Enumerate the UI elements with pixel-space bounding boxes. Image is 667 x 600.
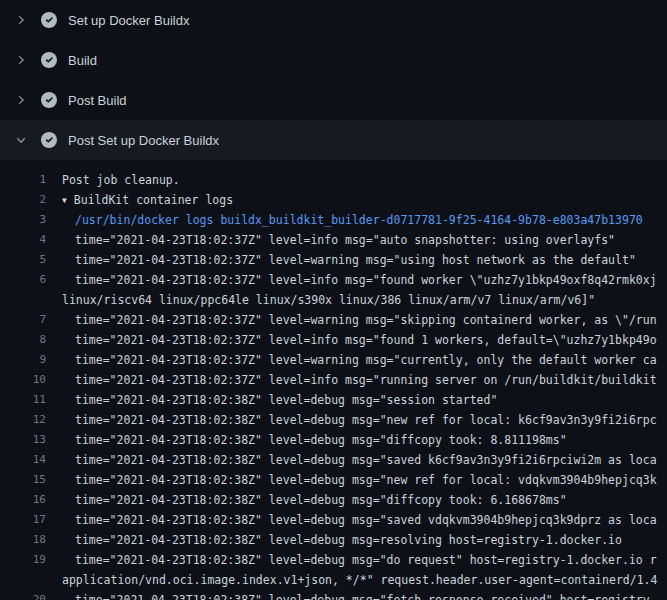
- line-text: linux/riscv64 linux/ppc64le linux/s390x …: [62, 290, 667, 310]
- line-number[interactable]: [0, 570, 46, 590]
- line-text: time="2021-04-23T18:02:38Z" level=debug …: [62, 490, 667, 510]
- step-label: Build: [68, 53, 97, 68]
- line-number[interactable]: 6: [0, 270, 46, 290]
- check-circle-icon: [41, 52, 57, 68]
- step-row[interactable]: Post Set up Docker Buildx: [0, 120, 667, 160]
- line-number[interactable]: 1: [0, 170, 46, 190]
- line-text: time="2021-04-23T18:02:37Z" level=info m…: [62, 370, 667, 390]
- line-text: time="2021-04-23T18:02:37Z" level=warnin…: [62, 310, 667, 330]
- line-number[interactable]: 12: [0, 410, 46, 430]
- step-chevron-icon: [13, 52, 29, 68]
- log-line: 11 time="2021-04-23T18:02:38Z" level=deb…: [0, 390, 667, 410]
- log-line: 20 time="2021-04-23T18:02:38Z" level=deb…: [0, 590, 667, 600]
- step-chevron-icon: [13, 132, 29, 148]
- line-number[interactable]: 14: [0, 450, 46, 470]
- line-text: time="2021-04-23T18:02:38Z" level=debug …: [62, 470, 667, 490]
- line-text: time="2021-04-23T18:02:37Z" level=warnin…: [62, 250, 667, 270]
- line-number[interactable]: 8: [0, 330, 46, 350]
- line-number[interactable]: 11: [0, 390, 46, 410]
- line-text: application/vnd.oci.image.index.v1+json,…: [62, 570, 667, 590]
- check-circle-icon: [41, 92, 57, 108]
- log-line: 3 /usr/bin/docker logs buildx_buildkit_b…: [0, 210, 667, 230]
- line-text: time="2021-04-23T18:02:38Z" level=debug …: [62, 390, 667, 410]
- line-text: time="2021-04-23T18:02:38Z" level=debug …: [62, 510, 667, 530]
- line-number[interactable]: [0, 290, 46, 310]
- check-circle-icon: [41, 12, 57, 28]
- log-area: 1 Post job cleanup. 2 ▼BuildKit containe…: [0, 160, 667, 600]
- line-text: ▼BuildKit container logs: [62, 190, 667, 210]
- line-number[interactable]: 3: [0, 210, 46, 230]
- log-line: 6 time="2021-04-23T18:02:37Z" level=info…: [0, 270, 667, 290]
- log-line: 15 time="2021-04-23T18:02:38Z" level=deb…: [0, 470, 667, 490]
- line-number[interactable]: 13: [0, 430, 46, 450]
- log-line: 13 time="2021-04-23T18:02:38Z" level=deb…: [0, 430, 667, 450]
- line-number[interactable]: 7: [0, 310, 46, 330]
- check-circle-icon: [41, 132, 57, 148]
- line-text: time="2021-04-23T18:02:38Z" level=debug …: [62, 550, 667, 570]
- log-line: application/vnd.oci.image.index.v1+json,…: [0, 570, 667, 590]
- log-line: 19 time="2021-04-23T18:02:38Z" level=deb…: [0, 550, 667, 570]
- log-line: 10 time="2021-04-23T18:02:37Z" level=inf…: [0, 370, 667, 390]
- log-line: 12 time="2021-04-23T18:02:38Z" level=deb…: [0, 410, 667, 430]
- steps-list: Set up Docker Buildx Build P: [0, 0, 667, 160]
- group-label: BuildKit container logs: [74, 193, 233, 207]
- log-line: 5 time="2021-04-23T18:02:37Z" level=warn…: [0, 250, 667, 270]
- step-chevron-icon: [13, 92, 29, 108]
- log-line: 4 time="2021-04-23T18:02:37Z" level=info…: [0, 230, 667, 250]
- step-row[interactable]: Post Build: [0, 80, 667, 120]
- step-label: Post Build: [68, 93, 127, 108]
- line-number[interactable]: 15: [0, 470, 46, 490]
- line-number[interactable]: 2: [0, 190, 46, 210]
- line-text: time="2021-04-23T18:02:38Z" level=debug …: [62, 530, 667, 550]
- line-number[interactable]: 5: [0, 250, 46, 270]
- log-line: 14 time="2021-04-23T18:02:38Z" level=deb…: [0, 450, 667, 470]
- line-text: time="2021-04-23T18:02:37Z" level=info m…: [62, 330, 667, 350]
- line-text: time="2021-04-23T18:02:37Z" level=info m…: [62, 230, 667, 250]
- step-row[interactable]: Build: [0, 40, 667, 80]
- line-text: time="2021-04-23T18:02:38Z" level=debug …: [62, 590, 667, 600]
- step-row[interactable]: Set up Docker Buildx: [0, 0, 667, 40]
- line-number[interactable]: 18: [0, 530, 46, 550]
- log-group-toggle[interactable]: 2 ▼BuildKit container logs: [0, 190, 667, 210]
- line-text: time="2021-04-23T18:02:38Z" level=debug …: [62, 430, 667, 450]
- actions-log-viewer: Set up Docker Buildx Build P: [0, 0, 667, 600]
- log-line: 7 time="2021-04-23T18:02:37Z" level=warn…: [0, 310, 667, 330]
- line-number[interactable]: 10: [0, 370, 46, 390]
- log-line: 1 Post job cleanup.: [0, 170, 667, 190]
- log-line: linux/riscv64 linux/ppc64le linux/s390x …: [0, 290, 667, 310]
- line-number[interactable]: 16: [0, 490, 46, 510]
- line-text: /usr/bin/docker logs buildx_buildkit_bui…: [62, 210, 667, 230]
- step-label: Post Set up Docker Buildx: [68, 133, 219, 148]
- line-text: time="2021-04-23T18:02:38Z" level=debug …: [62, 410, 667, 430]
- log-line: 16 time="2021-04-23T18:02:38Z" level=deb…: [0, 490, 667, 510]
- line-text: time="2021-04-23T18:02:37Z" level=info m…: [62, 270, 667, 290]
- log-line: 9 time="2021-04-23T18:02:37Z" level=warn…: [0, 350, 667, 370]
- log-line: 18 time="2021-04-23T18:02:38Z" level=deb…: [0, 530, 667, 550]
- line-text: Post job cleanup.: [62, 170, 667, 190]
- line-number[interactable]: 20: [0, 590, 46, 600]
- line-number[interactable]: 19: [0, 550, 46, 570]
- step-label: Set up Docker Buildx: [68, 13, 189, 28]
- log-line: 17 time="2021-04-23T18:02:38Z" level=deb…: [0, 510, 667, 530]
- line-number[interactable]: 4: [0, 230, 46, 250]
- line-number[interactable]: 9: [0, 350, 46, 370]
- group-toggle-icon: ▼: [62, 191, 67, 210]
- log-line: 8 time="2021-04-23T18:02:37Z" level=info…: [0, 330, 667, 350]
- line-text: time="2021-04-23T18:02:37Z" level=warnin…: [62, 350, 667, 370]
- line-text: time="2021-04-23T18:02:38Z" level=debug …: [62, 450, 667, 470]
- line-number[interactable]: 17: [0, 510, 46, 530]
- step-chevron-icon: [13, 12, 29, 28]
